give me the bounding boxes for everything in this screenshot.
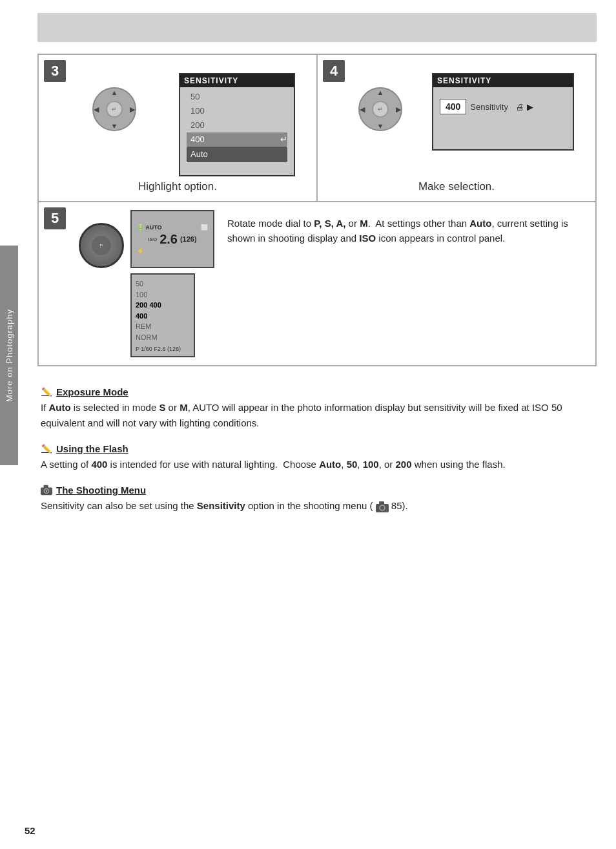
step-5-text: Rotate mode dial to P, S, A, or M. At se…	[227, 210, 588, 246]
dpad-down-arrow: ▼	[111, 122, 118, 130]
cp-aperture: 2.6	[159, 232, 178, 247]
top-bar	[37, 13, 597, 42]
cp-shutter: (126)	[180, 235, 197, 243]
step-3-label: Highlight option.	[138, 176, 217, 193]
camera-svg	[41, 485, 52, 496]
cp-main: ISO 2.6 (126)	[134, 232, 210, 247]
svg-rect-1	[44, 485, 48, 488]
step5-m: M	[360, 218, 368, 229]
sens4-label: Sensitivity	[470, 102, 508, 112]
note-shooting-title: The Shooting Menu	[56, 485, 146, 496]
step-3-sensitivity-list: 50 100 200 400 ↵ Auto	[180, 87, 294, 165]
steps-grid: 3 ↵ ▲ ▼ ◀ ▶ SENSITIVITY 50 100 2	[37, 54, 597, 366]
step-5-content: P 🔋 AUTO ⬜ ISO 2	[46, 210, 588, 357]
shooting-display: 50 100 200 400 400 REM NORM P 1/60 F2.6	[130, 273, 195, 357]
step-3-screen: SENSITIVITY 50 100 200 400 ↵ Auto	[179, 73, 295, 176]
sd-bottom: P 1/60 F2.6 (126)	[134, 344, 191, 353]
step-4-number: 4	[323, 60, 345, 82]
dial-label: P	[99, 243, 103, 249]
step-4-label: Make selection.	[418, 176, 495, 193]
sens-auto: Auto	[187, 147, 287, 162]
step-4-body: 400 Sensitivity 🖨 ▶	[433, 87, 573, 126]
sd-mode: P	[136, 346, 139, 352]
cp-iso-label: ISO	[148, 236, 157, 242]
note-exposure-title: Exposure Mode	[56, 386, 128, 397]
sens-100: 100	[187, 104, 287, 118]
dpad-up-4: ▲	[377, 89, 384, 96]
control-panel: 🔋 AUTO ⬜ ISO 2.6 (126) ⚡	[130, 210, 214, 268]
cp-auto-label: 🔋 AUTO	[137, 224, 162, 231]
sens-400-selected: 400 ↵	[187, 132, 287, 147]
displays-area: 🔋 AUTO ⬜ ISO 2.6 (126) ⚡	[130, 210, 214, 357]
step-3-screen-header: SENSITIVITY	[180, 74, 294, 87]
dpad-up-arrow: ▲	[111, 89, 118, 96]
note-shooting-heading: The Shooting Menu	[41, 484, 593, 496]
note-exposure-text: If Auto is selected in mode S or M, AUTO…	[41, 400, 593, 431]
sd-400: 400	[136, 311, 190, 322]
svg-point-3	[46, 490, 48, 492]
step-4-dpad: ↵ ▲ ▼ ◀ ▶	[358, 87, 402, 131]
dpad-left-arrow: ◀	[94, 105, 99, 114]
sd-100: 100	[136, 289, 190, 300]
sens-50: 50	[187, 90, 287, 104]
note-flash: ✏️ Using the Flash A setting of 400 is i…	[41, 443, 593, 472]
step-5-dial-area: P	[79, 210, 124, 268]
step-4-screen-header: SENSITIVITY	[433, 74, 573, 87]
sd-200: 200 400	[136, 300, 190, 311]
sd-50: 50	[136, 278, 190, 289]
side-tab-label: More on Photography	[5, 309, 14, 402]
note-flash-text: A setting of 400 is intended for use wit…	[41, 457, 593, 472]
step-3-number: 3	[44, 60, 66, 82]
sd-rem: REM	[136, 321, 190, 332]
step-3-cell: 3 ↵ ▲ ▼ ◀ ▶ SENSITIVITY 50 100 2	[38, 54, 317, 202]
mode-dial-inner: P	[92, 236, 111, 255]
sd-list: 50 100 200 400 400 REM NORM	[134, 277, 191, 344]
step-4-cell: 4 ↵ ▲ ▼ ◀ ▶ SENSITIVITY 400 Sensitivity	[317, 54, 596, 202]
dpad-center: ↵	[106, 101, 123, 118]
pencil-icon-exposure: ✏️	[41, 386, 52, 397]
sd-norm: NORM	[136, 332, 190, 343]
note-shooting-text: Sensitivity can also be set using the Se…	[41, 498, 593, 514]
sd-shutter: 1/60	[141, 346, 152, 352]
note-flash-heading: ✏️ Using the Flash	[41, 443, 593, 454]
camera-icon-shooting	[41, 484, 52, 496]
sd-aperture: F2.6	[154, 346, 165, 352]
page-number: 52	[25, 825, 36, 836]
cp-lightning: ⚡	[137, 248, 144, 255]
dpad-down-4: ▼	[377, 122, 384, 130]
side-tab: More on Photography	[0, 246, 18, 465]
sens4-icon: 🖨 ▶	[516, 102, 533, 112]
mode-dial: P	[79, 223, 124, 268]
note-shooting-menu: The Shooting Menu Sensitivity can also b…	[41, 484, 593, 514]
sel-indicator: ↵	[280, 132, 287, 147]
sens4-value: 400	[440, 99, 466, 114]
main-content: 3 ↵ ▲ ▼ ◀ ▶ SENSITIVITY 50 100 2	[18, 0, 616, 545]
note-exposure-mode: ✏️ Exposure Mode If Auto is selected in …	[41, 386, 593, 431]
svg-rect-5	[379, 501, 384, 505]
cp-bottom: ⚡	[134, 247, 210, 256]
sd-frames: (126)	[167, 346, 181, 352]
step-4-screen: SENSITIVITY 400 Sensitivity 🖨 ▶	[432, 73, 574, 151]
dpad-right-4: ▶	[396, 105, 401, 114]
pencil-icon-flash: ✏️	[41, 443, 52, 454]
notes-section: ✏️ Exposure Mode If Auto is selected in …	[37, 386, 597, 514]
note-flash-title: Using the Flash	[56, 443, 128, 454]
step5-iso: ISO	[359, 233, 376, 244]
step-5-number: 5	[44, 207, 66, 229]
cp-top: 🔋 AUTO ⬜	[134, 223, 210, 232]
step5-auto: Auto	[469, 218, 491, 229]
dpad-right-arrow: ▶	[130, 105, 135, 114]
dpad-left-4: ◀	[360, 105, 365, 114]
step-3-dpad: ↵ ▲ ▼ ◀ ▶	[92, 87, 136, 131]
sens-200: 200	[187, 118, 287, 132]
dpad-center-4: ↵	[372, 101, 389, 118]
step5-modes: P, S, A,	[314, 218, 345, 229]
inline-camera-icon	[376, 501, 389, 512]
step-5-cell: 5 P 🔋 AUTO	[38, 202, 596, 366]
step-5-screens: P 🔋 AUTO ⬜ ISO 2	[79, 210, 214, 357]
cp-rec-icon: ⬜	[201, 224, 208, 231]
note-exposure-heading: ✏️ Exposure Mode	[41, 386, 593, 397]
